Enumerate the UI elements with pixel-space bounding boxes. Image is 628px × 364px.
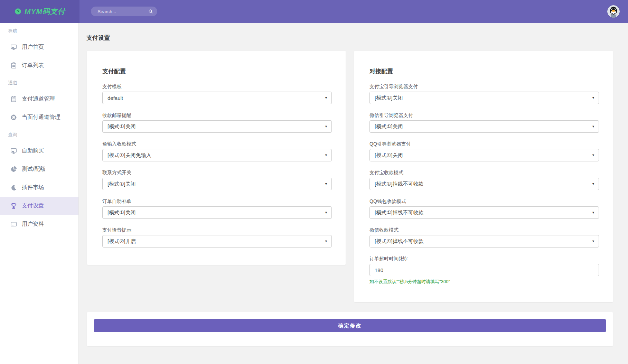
qqwallet-collect-mode-select[interactable]: [模式①]掉线不可收款 ▼: [369, 206, 599, 219]
topbar: MYM码支付: [0, 0, 628, 23]
sidebar-item-label: 测试/配额: [22, 166, 45, 173]
wechat-browser-select[interactable]: [模式①]关闭 ▼: [369, 120, 599, 133]
field-label: QQ引导浏览器支付: [369, 141, 599, 146]
voice-prompt-select[interactable]: [模式②]开启 ▼: [102, 235, 332, 248]
form-field: QQ钱包收款模式 [模式①]掉线不可收款 ▼: [369, 199, 599, 219]
form-field: 微信引导浏览器支付 [模式①]关闭 ▼: [369, 113, 599, 133]
select-value: default: [107, 95, 123, 101]
form-field: 支付语音提示 [模式②]开启 ▼: [102, 227, 332, 248]
dropdown-caret-icon: ▼: [592, 211, 595, 214]
dropdown-caret-icon: ▼: [592, 125, 595, 128]
sidebar-item-pay-settings[interactable]: 支付设置: [0, 197, 78, 215]
search-box: [91, 7, 157, 16]
select-value: [模式①]关闭: [107, 181, 136, 187]
timeout-input[interactable]: [369, 264, 599, 276]
dropdown-caret-icon: ▼: [325, 240, 328, 243]
sidebar-item-order-list[interactable]: 订单列表: [0, 56, 78, 75]
page-title: 支付设置: [86, 34, 628, 42]
link-config-card: 对接配置 支付宝引导浏览器支付 [模式①]关闭 ▼ 微信引导浏览器支付 [模式①…: [354, 51, 613, 302]
card-title: 对接配置: [369, 67, 599, 75]
sidebar-item-self-buy[interactable]: 自助购买: [0, 142, 78, 160]
select-value: [模式①]掉线不可收款: [375, 238, 424, 245]
user-avatar[interactable]: [607, 5, 620, 18]
monitor-icon: [10, 44, 17, 51]
search-input[interactable]: [91, 9, 157, 14]
field-label: 支付模板: [102, 84, 332, 89]
submit-card: 确定修改: [87, 312, 613, 346]
dropdown-caret-icon: ▼: [325, 182, 328, 186]
field-label: 免输入收款模式: [102, 141, 332, 146]
clipboard-icon: [10, 95, 17, 103]
contact-switch-select[interactable]: [模式①]关闭 ▼: [102, 178, 332, 190]
app-window: MYM码支付 导航 用户首页 订单列表 通道 支付通道管理 当面付通道管理: [0, 0, 628, 364]
select-value: [模式①]关闭: [375, 95, 403, 101]
sidebar-item-label: 用户首页: [22, 44, 44, 51]
form-field: QQ引导浏览器支付 [模式①]关闭 ▼: [369, 141, 599, 161]
qq-browser-select[interactable]: [模式①]关闭 ▼: [369, 149, 599, 161]
trophy-icon: [10, 202, 17, 209]
select-value: [模式①]掉线不可收款: [375, 209, 424, 216]
sidebar-item-label: 当面付通道管理: [22, 114, 60, 121]
dropdown-caret-icon: ▼: [592, 182, 595, 186]
select-value: [模式①]关闭: [107, 123, 136, 130]
nav-section-label: 通道: [0, 78, 78, 88]
sidebar-item-user-profile[interactable]: 用户资料: [0, 215, 78, 233]
form-field: 订单超时时间(秒): 如不设置默认""秒,5分钟超时请填写"300": [369, 256, 599, 285]
select-value: [模式①]关闭免输入: [107, 152, 151, 159]
sidebar: 导航 用户首页 订单列表 通道 支付通道管理 当面付通道管理 查询 自助购买 测…: [0, 23, 79, 364]
no-input-mode-select[interactable]: [模式①]关闭免输入 ▼: [102, 149, 332, 161]
alipay-browser-select[interactable]: [模式①]关闭 ▼: [369, 92, 599, 104]
submit-button[interactable]: 确定修改: [94, 319, 606, 332]
form-field: 联系方式开关 [模式①]关闭 ▼: [102, 170, 332, 190]
field-label: 收款邮箱提醒: [102, 113, 332, 118]
crescent-icon: [10, 184, 17, 191]
select-value: [模式①]掉线不可收款: [375, 181, 424, 187]
select-value: [模式①]关闭: [375, 123, 403, 130]
clipboard-icon: [10, 62, 17, 69]
select-value: [模式①]关闭: [375, 152, 403, 159]
field-label: QQ钱包收款模式: [369, 199, 599, 204]
card-title: 支付配置: [102, 67, 332, 75]
nav-section-label: 导航: [0, 26, 78, 36]
sidebar-item-plugin-market[interactable]: 插件市场: [0, 178, 78, 197]
sidebar-item-label: 用户资料: [22, 221, 44, 228]
dropdown-caret-icon: ▼: [592, 240, 595, 243]
field-label: 支付宝收款模式: [369, 170, 599, 175]
field-label: 微信收款模式: [369, 227, 599, 232]
sidebar-item-user-home[interactable]: 用户首页: [0, 38, 78, 56]
timeout-hint: 如不设置默认""秒,5分钟超时请填写"300": [369, 279, 599, 285]
search-icon[interactable]: [148, 9, 153, 14]
sidebar-item-test-quota[interactable]: 测试/配额: [0, 160, 78, 178]
field-label: 微信引导浏览器支付: [369, 113, 599, 118]
email-reminder-select[interactable]: [模式①]关闭 ▼: [102, 120, 332, 133]
pie-chart-icon: [10, 166, 17, 173]
sidebar-item-label: 支付通道管理: [22, 95, 55, 103]
select-value: [模式①]关闭: [107, 209, 136, 216]
sidebar-item-f2f-channel[interactable]: 当面付通道管理: [0, 108, 78, 127]
wechat-collect-mode-select[interactable]: [模式①]掉线不可收款 ▼: [369, 235, 599, 248]
sidebar-item-label: 支付设置: [22, 202, 44, 209]
dropdown-caret-icon: ▼: [592, 153, 595, 157]
sidebar-item-pay-channel[interactable]: 支付通道管理: [0, 90, 78, 108]
monitor-icon: [10, 147, 17, 155]
sidebar-item-label: 自助购买: [22, 147, 44, 155]
brand-logo[interactable]: MYM码支付: [0, 0, 79, 23]
alipay-collect-mode-select[interactable]: [模式①]掉线不可收款 ▼: [369, 178, 599, 190]
form-field: 免输入收款模式 [模式①]关闭免输入 ▼: [102, 141, 332, 161]
pay-config-card: 支付配置 支付模板 default ▼ 收款邮箱提醒 [模式①]关闭 ▼: [87, 51, 346, 265]
life-ring-icon: [10, 114, 17, 121]
form-field: 支付宝引导浏览器支付 [模式①]关闭 ▼: [369, 84, 599, 104]
auto-reorder-select[interactable]: [模式①]关闭 ▼: [102, 206, 332, 219]
form-field: 支付模板 default ▼: [102, 84, 332, 104]
form-field: 支付宝收款模式 [模式①]掉线不可收款 ▼: [369, 170, 599, 190]
brand-title: MYM码支付: [25, 7, 65, 16]
pay-template-select[interactable]: default ▼: [102, 92, 332, 104]
field-label: 订单自动补单: [102, 199, 332, 204]
form-field: 微信收款模式 [模式①]掉线不可收款 ▼: [369, 227, 599, 248]
field-label: 支付语音提示: [102, 227, 332, 232]
form-field: 收款邮箱提醒 [模式①]关闭 ▼: [102, 113, 332, 133]
dropdown-caret-icon: ▼: [325, 211, 328, 214]
nav-section-label: 查询: [0, 130, 78, 140]
sidebar-item-label: 插件市场: [22, 184, 44, 191]
field-label: 支付宝引导浏览器支付: [369, 84, 599, 89]
